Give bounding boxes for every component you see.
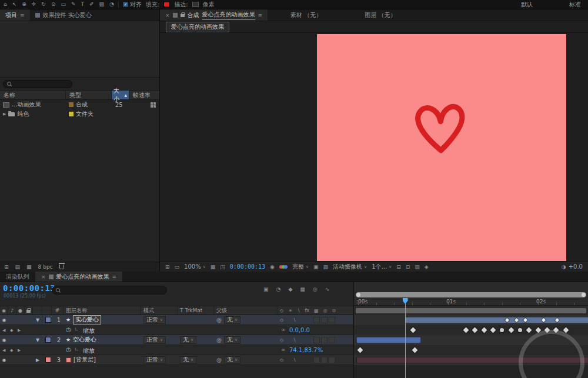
layer-name-cell[interactable]: [背景层]: [64, 355, 141, 364]
column-name[interactable]: 名称: [0, 91, 66, 99]
frame-blend-switch-icon[interactable]: ▦: [314, 308, 319, 313]
tab-project[interactable]: 项目 ≡: [0, 9, 30, 21]
hand-tool-icon[interactable]: ✛: [32, 2, 36, 7]
next-keyframe-icon[interactable]: ▶: [18, 348, 21, 353]
fill-color-swatch[interactable]: [163, 2, 170, 7]
fx-switch-icon[interactable]: ∖: [293, 317, 296, 323]
project-item-row[interactable]: ▶ 纯色 文件夹: [0, 109, 159, 119]
quality-switch-icon[interactable]: ◇: [280, 317, 283, 323]
lock-cell[interactable]: [25, 355, 33, 364]
trkmat-select[interactable]: 无∨: [178, 355, 214, 364]
frame-blending-icon[interactable]: ▦: [300, 286, 305, 292]
mode-column[interactable]: 模式: [141, 306, 178, 315]
layer-duration-bar[interactable]: [356, 337, 421, 343]
scale-property-row-2[interactable]: ◀ ◆ ▶ ◷ ∟ 缩放 ∞ 74.1,83.7%: [0, 345, 353, 355]
text-tool-icon[interactable]: T: [81, 2, 85, 7]
interpret-footage-icon[interactable]: ⊞: [4, 265, 9, 270]
pickwhip-icon[interactable]: @: [216, 317, 222, 323]
column-size[interactable]: 大小 ▲: [112, 91, 129, 99]
keyframe[interactable]: [357, 347, 363, 353]
stamp-tool-icon[interactable]: ▨: [99, 2, 105, 7]
tab-timeline-comp[interactable]: × 爱心点亮的动画效果 ≡: [35, 272, 122, 282]
expand-arrow-icon[interactable]: ▶: [3, 112, 6, 116]
stroke-color-swatch[interactable]: [192, 2, 199, 7]
transparency-grid-icon[interactable]: ▨: [323, 264, 329, 270]
layer-name-cell[interactable]: ★ 空心爱心: [64, 335, 141, 344]
graph-icon[interactable]: ∟: [75, 327, 79, 332]
column-framerate[interactable]: 帧速率: [129, 91, 159, 99]
prev-keyframe-icon[interactable]: ◀: [2, 328, 5, 333]
motion-blur-switch-icon[interactable]: ◎: [323, 308, 328, 313]
parent-column[interactable]: 父级: [214, 306, 278, 315]
keyframe[interactable]: [472, 327, 478, 333]
property-name[interactable]: 缩放: [83, 347, 95, 355]
flowchart-icon[interactable]: ◈: [425, 264, 429, 270]
quality-switch-icon[interactable]: ◇: [280, 357, 283, 363]
layer-name-cell[interactable]: ★ 实心爱心: [64, 315, 141, 325]
motion-blur-icon[interactable]: ◎: [313, 286, 318, 292]
quality-switch-icon[interactable]: ∖: [297, 308, 300, 313]
layer-row-2[interactable]: ◉ ▼ 2 ★ 空心爱心 正常∨ 无∨: [0, 335, 353, 345]
layer-switches[interactable]: ◇ ∖: [278, 315, 353, 325]
time-navigator[interactable]: [356, 292, 586, 297]
workspace-default[interactable]: 默认: [521, 1, 533, 9]
project-item-row[interactable]: ...动画效果 合成 25: [0, 100, 159, 109]
timeline-search-input[interactable]: [52, 286, 167, 295]
close-icon[interactable]: ×: [41, 274, 46, 280]
expand-arrow-icon[interactable]: ▼: [33, 335, 42, 344]
audio-cell[interactable]: [8, 315, 16, 325]
exposure-control[interactable]: ◑ +0.0: [562, 263, 583, 270]
lock-cell[interactable]: [25, 315, 33, 325]
solo-cell[interactable]: [16, 315, 25, 325]
home-icon[interactable]: ⌂: [4, 2, 7, 7]
panel-menu-icon[interactable]: ≡: [112, 274, 117, 280]
layer-name[interactable]: [背景层]: [74, 356, 96, 364]
tab-footage[interactable]: 素材 （无）: [285, 9, 327, 21]
region-of-interest-icon[interactable]: ▣: [313, 264, 319, 270]
snapshot-icon[interactable]: ◉: [270, 264, 275, 270]
layer-switches[interactable]: ◇ ∖: [278, 355, 353, 364]
switch-boxes[interactable]: [313, 317, 335, 323]
prev-keyframe-icon[interactable]: ◀: [2, 348, 5, 353]
shape-tool-icon[interactable]: ▭: [61, 2, 66, 7]
visibility-eye-icon[interactable]: ◉: [0, 355, 8, 364]
pickwhip-icon[interactable]: @: [216, 357, 222, 363]
shy-layers-icon[interactable]: ◆: [288, 286, 292, 292]
graph-editor-icon[interactable]: ∿: [325, 286, 330, 292]
trkmat-cell[interactable]: [178, 315, 214, 325]
blend-mode-select[interactable]: 正常∨: [141, 335, 178, 344]
keyframe[interactable]: [526, 327, 532, 333]
tab-layer[interactable]: 图层 （无）: [359, 9, 401, 21]
snap-checkbox[interactable]: ✓ 对齐: [123, 1, 142, 9]
link-icon[interactable]: ∞: [281, 347, 286, 353]
property-value[interactable]: 0.0,0.0: [289, 327, 310, 333]
trkmat-column[interactable]: T TrkMat: [178, 306, 214, 315]
workspace-standard[interactable]: 标准: [569, 1, 581, 9]
scale-property-row-1[interactable]: ◀ ◆ ▶ ◷ ∟ 缩放 ∞ 0.0,0.0: [0, 325, 353, 335]
next-keyframe-icon[interactable]: ▶: [18, 328, 21, 333]
fast-previews-icon[interactable]: ⊡: [406, 264, 410, 270]
zoom-select[interactable]: 100% ∨: [184, 263, 206, 270]
link-icon[interactable]: ∞: [281, 327, 286, 333]
audio-cell[interactable]: [8, 355, 16, 364]
layer-switches[interactable]: ◇ ∖: [278, 335, 353, 344]
work-area-bar[interactable]: [356, 308, 586, 313]
keyframe-toggle-icon[interactable]: ◆: [10, 348, 13, 353]
keyframe[interactable]: [412, 347, 417, 353]
fx-switch-icon[interactable]: fx: [305, 308, 309, 313]
stopwatch-icon[interactable]: ◷: [66, 326, 71, 333]
pixel-aspect-icon[interactable]: ⊟: [396, 264, 401, 270]
solo-cell[interactable]: [16, 335, 25, 344]
panel-menu-icon[interactable]: ≡: [20, 12, 25, 18]
fx-switch-icon[interactable]: ∖: [293, 337, 296, 343]
visibility-eye-icon[interactable]: ◉: [0, 335, 8, 344]
composition-canvas[interactable]: [317, 34, 566, 261]
fx-switch-icon[interactable]: ∖: [293, 357, 296, 363]
layer-row-3[interactable]: ◉ ▶ 3 [背景层] 正常∨ 无∨: [0, 355, 353, 365]
solo-cell[interactable]: [16, 355, 25, 364]
selection-tool-icon[interactable]: ↖: [12, 2, 17, 7]
label-color-chip[interactable]: [42, 335, 52, 344]
channels-icon[interactable]: [279, 265, 288, 269]
collapse-switch-icon[interactable]: ☀: [288, 308, 292, 313]
composition-mini-flowchart-icon[interactable]: ▣: [263, 286, 269, 292]
